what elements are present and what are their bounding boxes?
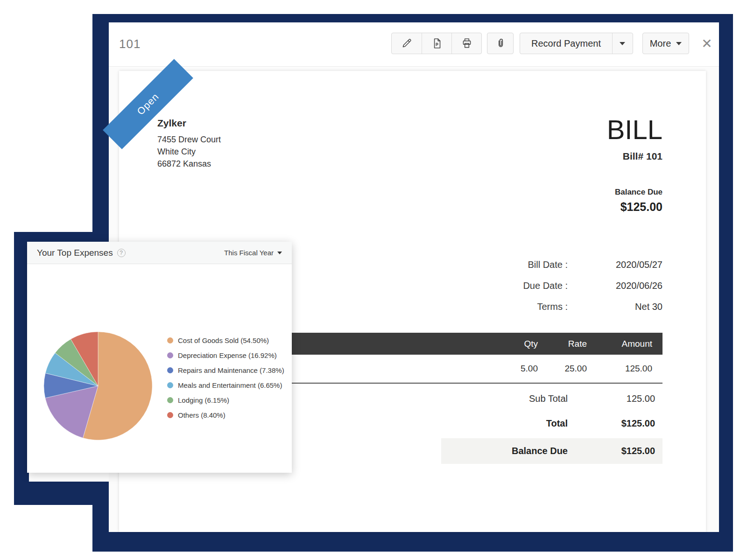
total-value: $125.00 <box>568 446 655 456</box>
toolbar: 101 <box>109 22 719 67</box>
document-number: 101 <box>119 37 141 51</box>
bill-head: BILL Bill# 101 <box>607 116 662 162</box>
document-actions-group <box>391 33 482 54</box>
bill-detail-value: Net 30 <box>568 301 662 312</box>
help-icon[interactable]: ? <box>117 249 126 257</box>
legend-label: Cost of Goods Sold (54.50%) <box>178 336 269 344</box>
caret-down-icon <box>620 42 625 45</box>
bill-title: BILL <box>607 116 662 144</box>
widget-title: Your Top Expenses <box>37 248 113 258</box>
vendor-address-line: 66872 Kansas <box>157 158 221 170</box>
frame-edge <box>92 532 733 552</box>
vendor-name: Zylker <box>157 118 221 129</box>
frame-edge <box>92 14 733 22</box>
expenses-widget: Your Top Expenses ? This Fiscal Year Cos… <box>27 242 292 473</box>
status-ribbon-label: Open <box>135 91 161 117</box>
close-button[interactable]: ✕ <box>696 33 718 54</box>
column-header-qty: Qty <box>493 339 538 349</box>
legend-item: Lodging (6.15%) <box>167 392 284 407</box>
period-selector-label: This Fiscal Year <box>224 249 274 257</box>
legend-swatch <box>167 367 173 373</box>
legend-label: Lodging (6.15%) <box>178 396 229 404</box>
balance-due-block: Balance Due $125.00 <box>615 188 662 214</box>
pdf-icon <box>431 37 443 49</box>
print-button[interactable] <box>451 33 481 54</box>
vendor-block: Zylker 7455 Drew CourtWhite City66872 Ka… <box>157 118 221 170</box>
balance-due-label: Balance Due <box>615 188 662 197</box>
total-label: Balance Due <box>441 446 568 456</box>
legend-item: Repairs and Maintenance (7.38%) <box>167 363 284 378</box>
chart-legend: Cost of Goods Sold (54.50%)Depreciation … <box>167 333 284 422</box>
vendor-address: 7455 Drew CourtWhite City66872 Kansas <box>157 133 221 170</box>
legend-label: Depreciation Expense (16.92%) <box>178 351 277 359</box>
legend-item: Others (8.40%) <box>167 407 284 422</box>
bill-detail-row: Bill Date :2020/05/27 <box>420 254 662 275</box>
more-label: More <box>650 38 671 49</box>
bill-details: Bill Date :2020/05/27Due Date :2020/06/2… <box>420 254 662 317</box>
total-row-total: Total$125.00 <box>441 411 662 436</box>
pencil-icon <box>401 37 413 49</box>
column-header-rate: Rate <box>538 339 587 349</box>
total-label: Sub Total <box>441 393 568 404</box>
record-payment-label[interactable]: Record Payment <box>520 33 612 54</box>
legend-swatch <box>167 412 173 418</box>
legend-item: Depreciation Expense (16.92%) <box>167 348 284 363</box>
caret-down-icon <box>277 252 282 254</box>
legend-item: Cost of Goods Sold (54.50%) <box>167 333 284 348</box>
bill-detail-value: 2020/06/26 <box>568 280 662 291</box>
export-pdf-button[interactable] <box>422 33 451 54</box>
legend-swatch <box>167 352 173 358</box>
record-payment-dropdown[interactable] <box>612 33 633 54</box>
total-value: $125.00 <box>568 418 655 429</box>
balance-due-value: $125.00 <box>615 200 662 214</box>
item-cell: 125.00 <box>587 364 652 374</box>
frame-edge <box>92 505 109 552</box>
edit-button[interactable] <box>392 33 422 54</box>
frame-edge <box>14 482 109 505</box>
total-value: 125.00 <box>568 393 655 404</box>
total-row-sub-total: Sub Total125.00 <box>441 386 662 411</box>
legend-swatch <box>167 337 173 343</box>
bill-detail-label: Terms : <box>420 301 568 312</box>
record-payment-button[interactable]: Record Payment <box>520 33 633 54</box>
legend-swatch <box>167 397 173 403</box>
more-button[interactable]: More <box>642 33 689 54</box>
frame-edge <box>719 14 733 552</box>
caret-down-icon <box>676 42 682 45</box>
period-selector[interactable]: This Fiscal Year <box>224 249 282 257</box>
bill-detail-row: Due Date :2020/06/26 <box>420 275 662 296</box>
vendor-address-line: 7455 Drew Court <box>157 133 221 146</box>
total-label: Total <box>441 418 568 429</box>
expenses-chart-body: Cost of Goods Sold (54.50%)Depreciation … <box>27 264 292 472</box>
bill-detail-label: Due Date : <box>420 280 568 291</box>
expenses-widget-header: Your Top Expenses ? This Fiscal Year <box>27 242 292 264</box>
pie-chart <box>42 330 154 441</box>
bill-detail-row: Terms :Net 30 <box>420 296 662 317</box>
item-cell: 25.00 <box>538 364 587 374</box>
printer-icon <box>461 37 473 49</box>
legend-label: Repairs and Maintenance (7.38%) <box>178 366 284 374</box>
column-header-amount: Amount <box>587 339 652 349</box>
legend-label: Meals and Entertainment (6.65%) <box>178 381 282 389</box>
bill-detail-label: Bill Date : <box>420 259 568 270</box>
item-cell: 5.00 <box>493 364 538 374</box>
legend-label: Others (8.40%) <box>178 411 226 419</box>
legend-swatch <box>167 382 173 388</box>
attachments-button[interactable] <box>487 33 514 54</box>
bill-number: Bill# 101 <box>607 151 662 162</box>
bill-detail-value: 2020/05/27 <box>568 259 662 270</box>
legend-item: Meals and Entertainment (6.65%) <box>167 378 284 392</box>
totals-section: Sub Total125.00Total$125.00Balance Due$1… <box>441 386 662 464</box>
paperclip-icon <box>494 37 507 49</box>
vendor-address-line: White City <box>157 146 221 158</box>
close-icon: ✕ <box>701 36 712 51</box>
total-row-balance-due: Balance Due$125.00 <box>441 438 662 464</box>
